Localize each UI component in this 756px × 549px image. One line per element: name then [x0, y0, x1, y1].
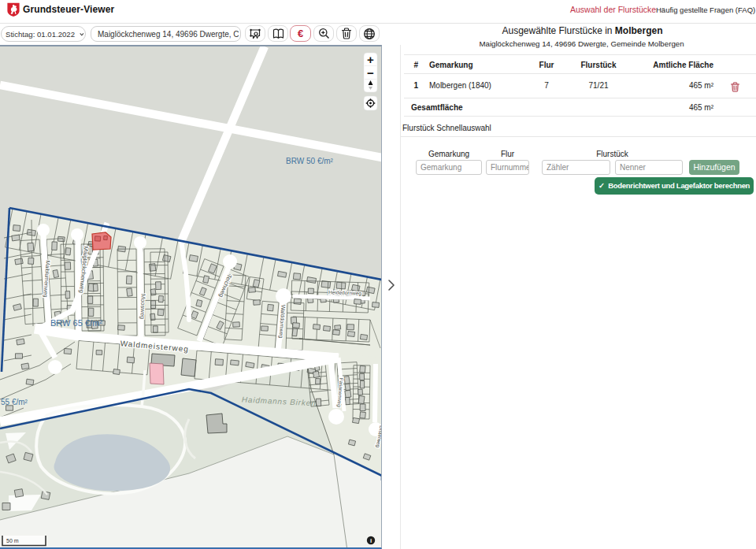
- svg-text:+: +: [367, 53, 374, 66]
- svg-text:55 €/m²: 55 €/m²: [1, 398, 28, 406]
- svg-text:BRW 50 €/m²: BRW 50 €/m²: [286, 157, 333, 165]
- svg-text:BRW 65 €/m²: BRW 65 €/m²: [50, 318, 102, 328]
- svg-text:i: i: [370, 537, 372, 544]
- svg-text:50 m: 50 m: [6, 538, 19, 543]
- svg-text:−: −: [367, 66, 374, 80]
- svg-text:Moosweg: Moosweg: [139, 294, 146, 319]
